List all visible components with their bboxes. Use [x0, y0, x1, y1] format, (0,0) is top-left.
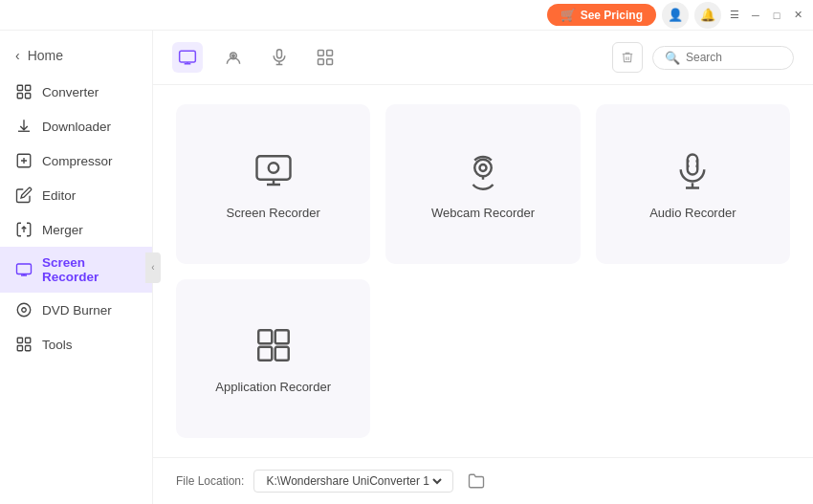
merger-label: Merger: [42, 223, 83, 237]
main-layout: ‹ Home Converter Downloader: [0, 31, 813, 504]
close-button[interactable]: ✕: [790, 8, 805, 23]
svg-rect-20: [256, 156, 290, 180]
audio-recorder-card-label: Audio Recorder: [649, 206, 736, 220]
sidebar: ‹ Home Converter Downloader: [0, 31, 153, 504]
search-icon: 🔍: [665, 51, 680, 65]
toolbar: 🔍: [153, 31, 813, 85]
back-arrow-icon: ‹: [15, 48, 20, 63]
tools-label: Tools: [42, 338, 73, 352]
svg-rect-5: [17, 264, 32, 274]
application-recorder-card-icon: [251, 322, 297, 368]
editor-label: Editor: [42, 188, 76, 203]
content-area: 🔍 Screen Recorder: [153, 31, 813, 504]
tab-app-recorder[interactable]: [310, 42, 341, 73]
downloader-icon: [15, 118, 33, 135]
svg-rect-9: [26, 338, 31, 342]
menu-button[interactable]: ☰: [727, 8, 742, 23]
sidebar-item-converter[interactable]: Converter: [0, 75, 152, 109]
sidebar-item-editor[interactable]: Editor: [0, 178, 152, 212]
sidebar-collapse-handle[interactable]: ‹: [145, 252, 161, 283]
svg-rect-26: [275, 331, 288, 344]
dvd-burner-label: DVD Burner: [42, 303, 112, 318]
file-location-bar: File Location: K:\Wondershare UniConvert…: [153, 457, 813, 504]
maximize-button[interactable]: □: [769, 8, 784, 23]
sidebar-item-downloader[interactable]: Downloader: [0, 109, 152, 143]
audio-recorder-card[interactable]: Audio Recorder: [596, 104, 790, 264]
file-location-select[interactable]: K:\Wondershare UniConverter 1: [262, 473, 445, 489]
svg-rect-2: [17, 94, 22, 99]
pricing-button[interactable]: 🛒 See Pricing: [547, 4, 656, 26]
pricing-label: See Pricing: [581, 9, 643, 22]
converter-label: Converter: [42, 85, 99, 99]
svg-point-7: [22, 308, 27, 313]
titlebar: 🛒 See Pricing 👤 🔔 ☰ ─ □ ✕: [0, 0, 813, 31]
svg-rect-11: [26, 346, 31, 351]
downloader-label: Downloader: [42, 120, 111, 134]
webcam-recorder-card[interactable]: Webcam Recorder: [385, 104, 580, 264]
recorder-grid: Screen Recorder Webcam Recorder: [153, 85, 813, 457]
svg-rect-27: [258, 347, 272, 361]
screen-recorder-card[interactable]: Screen Recorder: [176, 104, 370, 264]
svg-rect-10: [17, 346, 22, 351]
svg-rect-15: [277, 50, 282, 58]
sidebar-item-screen-recorder[interactable]: Screen Recorder: [0, 247, 152, 293]
svg-point-23: [479, 164, 486, 171]
browse-folder-button[interactable]: [463, 468, 490, 494]
screen-recorder-card-label: Screen Recorder: [227, 206, 320, 220]
svg-rect-18: [319, 59, 324, 65]
minimize-button[interactable]: ─: [748, 8, 763, 23]
delete-button[interactable]: [612, 42, 643, 73]
sidebar-back-button[interactable]: ‹ Home: [0, 40, 152, 71]
cart-icon: 🛒: [560, 8, 576, 22]
search-input[interactable]: [686, 51, 781, 64]
tab-audio-recorder[interactable]: [264, 42, 295, 73]
application-recorder-card[interactable]: Application Recorder: [176, 279, 370, 439]
screen-recorder-icon: [15, 261, 33, 278]
user-icon[interactable]: 👤: [662, 2, 689, 29]
svg-rect-25: [258, 331, 272, 344]
compressor-label: Compressor: [42, 154, 113, 168]
application-recorder-card-label: Application Recorder: [215, 380, 331, 394]
toolbar-actions: 🔍: [612, 42, 794, 73]
svg-point-6: [17, 303, 31, 317]
file-location-label: File Location:: [176, 474, 244, 488]
svg-rect-3: [26, 94, 31, 99]
compressor-icon: [15, 152, 33, 169]
tab-screen-recorder[interactable]: [172, 42, 203, 73]
svg-rect-24: [688, 154, 698, 174]
svg-rect-19: [327, 59, 333, 65]
screen-recorder-card-icon: [251, 148, 297, 194]
svg-point-14: [232, 55, 235, 57]
dvd-burner-icon: [15, 301, 33, 318]
screen-recorder-label: Screen Recorder: [42, 255, 137, 284]
svg-point-21: [268, 163, 278, 173]
svg-rect-1: [26, 85, 31, 90]
tools-icon: [15, 336, 33, 353]
bell-icon[interactable]: 🔔: [694, 2, 721, 29]
sidebar-item-dvd-burner[interactable]: DVD Burner: [0, 293, 152, 327]
search-box: 🔍: [652, 46, 794, 70]
sidebar-item-compressor[interactable]: Compressor: [0, 143, 152, 178]
merger-icon: [15, 221, 33, 238]
svg-rect-0: [17, 85, 22, 90]
svg-rect-28: [275, 347, 288, 361]
webcam-recorder-card-label: Webcam Recorder: [431, 206, 535, 220]
editor-icon: [15, 186, 33, 204]
sidebar-item-tools[interactable]: Tools: [0, 327, 152, 362]
converter-icon: [15, 83, 33, 100]
svg-rect-16: [319, 51, 324, 56]
sidebar-item-merger[interactable]: Merger: [0, 212, 152, 247]
tab-webcam-recorder[interactable]: [218, 42, 249, 73]
file-location-path: K:\Wondershare UniConverter 1: [253, 470, 453, 493]
svg-rect-8: [17, 338, 22, 342]
svg-rect-17: [327, 51, 333, 56]
svg-point-22: [474, 160, 492, 177]
webcam-recorder-card-icon: [460, 148, 506, 194]
home-label: Home: [28, 48, 63, 63]
audio-recorder-card-icon: [670, 148, 715, 194]
svg-rect-12: [180, 51, 196, 62]
